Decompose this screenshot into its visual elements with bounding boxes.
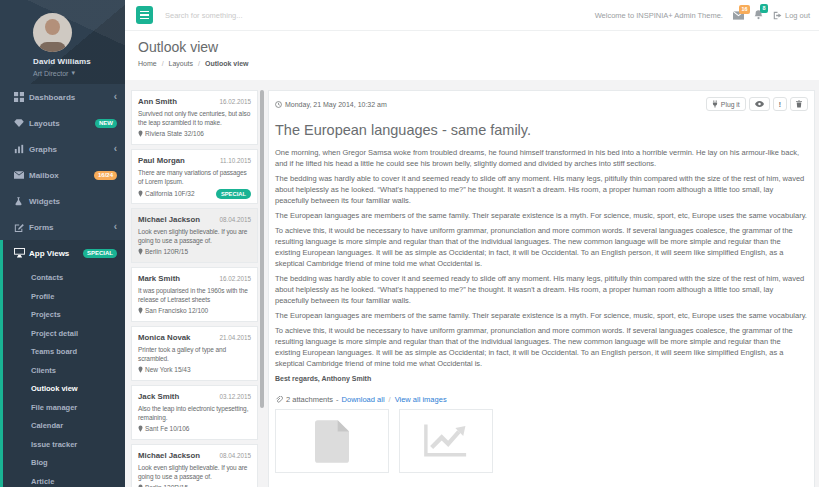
- mail-list: Ann Smith 16.02.2015 Survived not only f…: [131, 90, 258, 487]
- subitem-label: Outlook view: [31, 384, 78, 393]
- mail-preview: There are many variations of passages of…: [138, 168, 251, 187]
- sidebar-subitem[interactable]: Teams board: [3, 343, 125, 362]
- sidebar-subitem[interactable]: Project detail: [3, 325, 125, 344]
- page-heading: Outlook view Home / Layouts / Outlook vi…: [125, 31, 819, 80]
- eye-icon: [755, 101, 764, 107]
- user-role-dropdown[interactable]: Art Director ▾: [33, 69, 117, 77]
- attachment-document[interactable]: [275, 409, 389, 473]
- sidebar-subitem[interactable]: Calendar: [3, 417, 125, 436]
- attachments-pipe: /: [389, 395, 391, 404]
- chart-icon: [423, 423, 469, 459]
- sidebar-nav-item[interactable]: Widgets: [0, 188, 125, 214]
- breadcrumb-layouts[interactable]: Layouts: [169, 60, 194, 67]
- important-button[interactable]: !: [773, 97, 787, 111]
- mail-datetime: Monday, 21 May 2014, 10:32 am: [275, 101, 387, 108]
- mail-sender: Ann Smith: [138, 97, 177, 106]
- view-button[interactable]: [749, 97, 770, 111]
- mail-list-item[interactable]: Monica Novak 21.04.2015 Printer took a g…: [131, 326, 258, 381]
- sidebar-subitem[interactable]: Outlook view: [3, 380, 125, 399]
- mail-list-item[interactable]: Michael Jackson 08.04.2015 Look even sli…: [131, 208, 258, 263]
- sidebar-nav-item[interactable]: Forms ‹: [0, 214, 125, 240]
- topbar: Welcome to INSPINIA+ Admin Theme. 16 8 L…: [125, 0, 819, 31]
- welcome-text: Welcome to INSPINIA+ Admin Theme.: [595, 11, 723, 20]
- topbar-right: Welcome to INSPINIA+ Admin Theme. 16 8 L…: [595, 10, 810, 20]
- attachment-image[interactable]: [399, 409, 493, 473]
- attachments-header: 2 attachments - Download all / View all …: [275, 395, 808, 404]
- mail-date: 21.04.2015: [219, 334, 251, 341]
- map-marker-icon: [138, 130, 143, 137]
- notifications-menu[interactable]: 8: [754, 10, 763, 20]
- sidebar-nav-item[interactable]: Layouts NEW: [0, 110, 125, 136]
- grid-icon: [14, 92, 29, 102]
- messages-badge: 16: [739, 5, 750, 14]
- page-title: Outlook view: [138, 39, 819, 55]
- mail-list-item[interactable]: Paul Morgan 11.10.2015 There are many va…: [131, 149, 258, 204]
- mail-paragraph: To achieve this, it would be necessary t…: [275, 225, 808, 269]
- bar-chart-icon: [14, 144, 29, 154]
- mail-date: 16.02.2015: [219, 275, 251, 282]
- mail-preview: It was popularised in the 1960s with the…: [138, 286, 251, 305]
- sidebar-subitem[interactable]: Article: [3, 473, 125, 487]
- search-input[interactable]: [163, 10, 595, 21]
- mail-list-item[interactable]: Jack Smith 03.12.2015 Also the leap into…: [131, 385, 258, 440]
- map-marker-icon: [138, 366, 143, 373]
- mail-paragraph: The European languages are members of th…: [275, 210, 808, 221]
- nav-item-label: Dashboards: [29, 93, 75, 102]
- logout-button[interactable]: Log out: [773, 11, 810, 20]
- file-icon: [315, 420, 349, 463]
- plug-it-button[interactable]: Plug it: [706, 97, 746, 111]
- mail-location: San Francisko 12/100: [145, 307, 208, 314]
- sidebar-subitem[interactable]: Issue tracker: [3, 436, 125, 455]
- nav-item-label: Mailbox: [29, 171, 59, 180]
- sidebar-nav-item[interactable]: Mailbox 16/24: [0, 162, 125, 188]
- sidebar-subitem[interactable]: Profile: [3, 288, 125, 307]
- mail-list-item[interactable]: Michael Jackson 08.04.2015 Look even sli…: [131, 444, 258, 487]
- sidebar-nav: Dashboards ‹ Layouts NEW Graphs ‹ Mailbo…: [0, 84, 125, 266]
- user-role: Art Director: [33, 70, 68, 77]
- sidebar-subitem[interactable]: Blog: [3, 454, 125, 473]
- sidebar-nav-item[interactable]: Dashboards ‹: [0, 84, 125, 110]
- mail-paragraph: One morning, when Gregor Samsa woke from…: [275, 147, 808, 169]
- logout-label: Log out: [785, 11, 810, 20]
- attachments-list: [275, 409, 808, 473]
- breadcrumb-home[interactable]: Home: [138, 60, 157, 67]
- subitem-label: Teams board: [31, 347, 77, 356]
- mail-content-panel: Monday, 21 May 2014, 10:32 am Plug it ! …: [268, 90, 815, 487]
- view-all-images-link[interactable]: View all images: [395, 395, 447, 404]
- mail-location: Riviera State 32/106: [145, 130, 204, 137]
- mail-date: 08.04.2015: [219, 452, 251, 459]
- sidebar-subitem[interactable]: Contacts: [3, 269, 125, 288]
- download-all-link[interactable]: Download all: [342, 395, 385, 404]
- breadcrumb-separator: /: [198, 60, 200, 67]
- sidebar-subitem[interactable]: File manager: [3, 399, 125, 418]
- sidebar-subitem[interactable]: Projects: [3, 306, 125, 325]
- mail-list-item[interactable]: Ann Smith 16.02.2015 Survived not only f…: [131, 90, 258, 145]
- mail-list-scrollbar[interactable]: [260, 90, 264, 408]
- sidebar-nav-item[interactable]: App Views SPECIAL: [0, 240, 125, 266]
- nav-item-label: Graphs: [29, 145, 57, 154]
- app-views-submenu: Contacts Profile Projects Project detail…: [0, 266, 125, 487]
- sidebar-subitem[interactable]: Clients: [3, 362, 125, 381]
- logout-icon: [773, 11, 782, 20]
- mail-date: 11.10.2015: [220, 157, 251, 164]
- mail-preview: Look even slightly believable. If you ar…: [138, 463, 251, 482]
- mail-sender: Monica Novak: [138, 333, 190, 342]
- map-marker-icon: [138, 425, 143, 432]
- subitem-label: Article: [31, 477, 54, 486]
- mail-special-badge: SPECIAL: [216, 189, 251, 199]
- breadcrumb: Home / Layouts / Outlook view: [138, 60, 819, 67]
- mail-preview: Printer took a galley of type and scramb…: [138, 345, 251, 364]
- diamond-icon: [14, 118, 29, 128]
- menu-toggle-button[interactable]: [136, 6, 153, 24]
- chevron-left-icon: ‹: [114, 222, 117, 232]
- sidebar-nav-item[interactable]: Graphs ‹: [0, 136, 125, 162]
- notifications-badge: 8: [760, 4, 768, 13]
- delete-button[interactable]: [790, 97, 808, 111]
- nav-item-label: Widgets: [29, 197, 60, 206]
- attachments-dash: -: [336, 395, 339, 404]
- mail-list-item[interactable]: Mark Smith 16.02.2015 It was popularised…: [131, 267, 258, 322]
- avatar[interactable]: [33, 13, 72, 52]
- messages-menu[interactable]: 16: [733, 11, 744, 20]
- mail-location: California 10F/32: [145, 190, 195, 197]
- map-marker-icon: [138, 190, 143, 197]
